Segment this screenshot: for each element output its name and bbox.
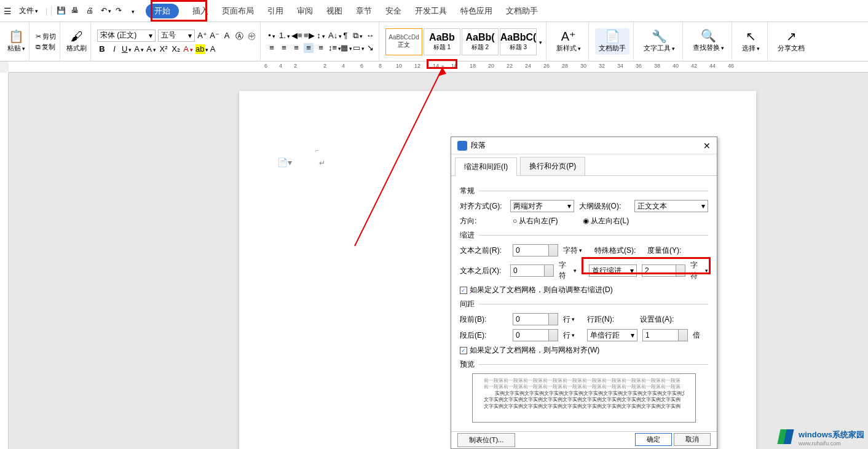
decrease-font-icon[interactable]: A⁻	[210, 31, 219, 41]
bullets-icon[interactable]: •	[267, 31, 277, 41]
paragraph-settings-icon[interactable]: ⧉	[353, 31, 363, 41]
tab-line-page-break[interactable]: 换行和分页(P)	[520, 157, 585, 175]
tab-page-layout[interactable]: 页面布局	[222, 6, 254, 17]
find-replace-button[interactable]: 🔍 查找替换	[689, 30, 728, 52]
hamburger-icon[interactable]	[4, 6, 12, 16]
qat-customize-icon[interactable]	[130, 7, 135, 15]
doc-helper-button[interactable]: 📄 文档助手	[595, 28, 629, 55]
special-combo[interactable]: 首行缩进▾	[589, 264, 637, 277]
unit-char-3[interactable]: 字符	[690, 260, 708, 281]
unit-char-1[interactable]: 字符	[563, 245, 582, 256]
indent-marker[interactable]: ⌄	[440, 62, 445, 68]
print-preview-icon[interactable]	[86, 6, 96, 16]
nav-pane-icon[interactable]: 📄▾	[277, 157, 292, 167]
tab-indent-spacing[interactable]: 缩进和间距(I)	[455, 157, 517, 176]
strikethrough-icon[interactable]: A	[134, 44, 144, 54]
decrease-indent-icon[interactable]: ◀≡	[291, 31, 301, 41]
unit-char-2[interactable]: 字符	[559, 260, 577, 281]
change-case-icon[interactable]: A	[222, 31, 232, 41]
bold-icon[interactable]: B	[97, 44, 107, 54]
paragraph-launcher-icon[interactable]: ↘	[365, 43, 375, 53]
font-color-icon[interactable]: A	[183, 44, 193, 54]
style-heading1[interactable]: AaBb 标题 1	[424, 28, 460, 55]
paragraph-spacing-icon[interactable]: ↕≡	[328, 43, 338, 53]
tab-start[interactable]: 开始	[146, 4, 179, 18]
shading-icon[interactable]: ▦	[341, 43, 350, 53]
highlight-icon[interactable]: ab	[195, 44, 205, 54]
pinyin-icon[interactable]: ㊥	[247, 31, 256, 41]
check-grid-indent[interactable]: ✓如果定义了文档网格，则自动调整右缩进(D)	[460, 285, 613, 295]
radio-ltr[interactable]: 从左向右(L)	[583, 216, 629, 226]
borders-icon[interactable]: ▭	[353, 43, 363, 53]
outline-combo[interactable]: 正文文本▾	[634, 200, 708, 212]
tab-doc-helper[interactable]: 文档助手	[506, 6, 538, 17]
align-left-icon[interactable]: ≡	[267, 43, 277, 53]
align-center-icon[interactable]: ≡	[279, 43, 289, 53]
tab-reference[interactable]: 引用	[267, 6, 283, 17]
tab-special-apps[interactable]: 特色应用	[460, 6, 492, 17]
share-doc-button[interactable]: ↗ 分享文档	[774, 30, 808, 53]
style-heading2[interactable]: AaBb( 标题 2	[462, 28, 499, 55]
numbering-icon[interactable]: 1.	[279, 31, 289, 41]
select-button[interactable]: ↖ 选择	[738, 30, 763, 53]
line-spacing-combo[interactable]: 单倍行距▾	[587, 329, 637, 341]
text-tools-button[interactable]: 🔧 文字工具	[640, 30, 679, 53]
unit-line-1[interactable]: 行	[563, 314, 575, 325]
horizontal-ruler[interactable]: 6 4 2 2 4 6 8 10 12 14 16 18 20 22 24 26…	[9, 62, 868, 73]
tab-security[interactable]: 安全	[385, 6, 401, 17]
close-icon[interactable]	[703, 141, 711, 151]
style-more-icon[interactable]	[538, 38, 542, 46]
check-grid-align[interactable]: ✓如果定义了文档网格，则与网格对齐(W)	[460, 345, 599, 356]
after-text-spin[interactable]: 0▲▼	[510, 264, 554, 277]
increase-indent-icon[interactable]: ≡▶	[304, 31, 314, 41]
line-spacing-icon[interactable]: ↕	[316, 31, 326, 41]
font-name-combo[interactable]: 宋体 (正文)▾	[97, 30, 156, 42]
copy-button[interactable]: ⧉复制	[36, 42, 56, 52]
align-right-icon[interactable]: ≡	[291, 43, 301, 53]
align-distribute-icon[interactable]: ≡	[316, 43, 326, 53]
increase-font-icon[interactable]: A⁺	[197, 31, 207, 41]
tab-view[interactable]: 视图	[326, 6, 342, 17]
clear-format-icon[interactable]: Ⓐ	[234, 31, 244, 41]
undo-icon[interactable]	[101, 6, 111, 16]
measure-spin[interactable]: 2▲▼	[642, 264, 685, 277]
file-menu[interactable]: 文件	[15, 4, 42, 17]
before-para-spin[interactable]: 0▲▼	[513, 313, 558, 325]
style-normal[interactable]: AaBbCcDd 正文	[385, 28, 422, 55]
print-icon[interactable]	[71, 6, 81, 16]
sort-icon[interactable]: A↓	[328, 31, 338, 41]
ok-button[interactable]: 确定	[635, 433, 672, 446]
radio-rtl[interactable]: 从右向左(F)	[513, 216, 558, 226]
underline-icon[interactable]: U	[122, 44, 132, 54]
cancel-button[interactable]: 取消	[674, 433, 711, 446]
save-icon[interactable]	[57, 6, 66, 16]
vertical-ruler[interactable]	[0, 73, 9, 449]
paste-button[interactable]: 📋 粘贴	[7, 30, 25, 53]
quick-access-toolbar	[51, 6, 140, 16]
format-painter-button[interactable]: 🖌 格式刷	[66, 30, 87, 53]
show-marks-icon[interactable]: ¶	[341, 31, 350, 41]
align-combo[interactable]: 两端对齐▾	[510, 200, 574, 212]
style-heading3[interactable]: AaBbC( 标题 3	[500, 28, 537, 55]
char-border-icon[interactable]: A	[208, 44, 218, 54]
unit-line-2[interactable]: 行	[563, 330, 575, 341]
font-size-combo[interactable]: 五号▾	[158, 30, 195, 42]
redo-icon[interactable]	[116, 6, 125, 16]
tab-review[interactable]: 审阅	[297, 6, 313, 17]
tabstops-button[interactable]: 制表位(T)...	[457, 433, 515, 447]
tab-dev-tools[interactable]: 开发工具	[415, 6, 447, 17]
emphasis-icon[interactable]: A	[146, 44, 156, 54]
subscript-icon[interactable]: X₂	[171, 44, 181, 54]
set-value-spin[interactable]: 1▲▼	[642, 329, 688, 341]
superscript-icon[interactable]: X²	[159, 44, 168, 54]
dialog-titlebar[interactable]: 段落	[451, 137, 717, 154]
tab-insert[interactable]: 插入	[192, 6, 208, 17]
align-justify-icon[interactable]: ≡	[304, 43, 314, 53]
directional-icon[interactable]: ↔	[365, 31, 375, 41]
italic-icon[interactable]: I	[109, 44, 119, 54]
after-para-spin[interactable]: 0▲▼	[513, 329, 558, 341]
cut-button[interactable]: ✂剪切	[36, 32, 56, 41]
tab-chapter[interactable]: 章节	[356, 6, 372, 17]
before-text-spin[interactable]: 0▲▼	[513, 244, 558, 256]
new-style-button[interactable]: A⁺ 新样式	[553, 30, 585, 53]
